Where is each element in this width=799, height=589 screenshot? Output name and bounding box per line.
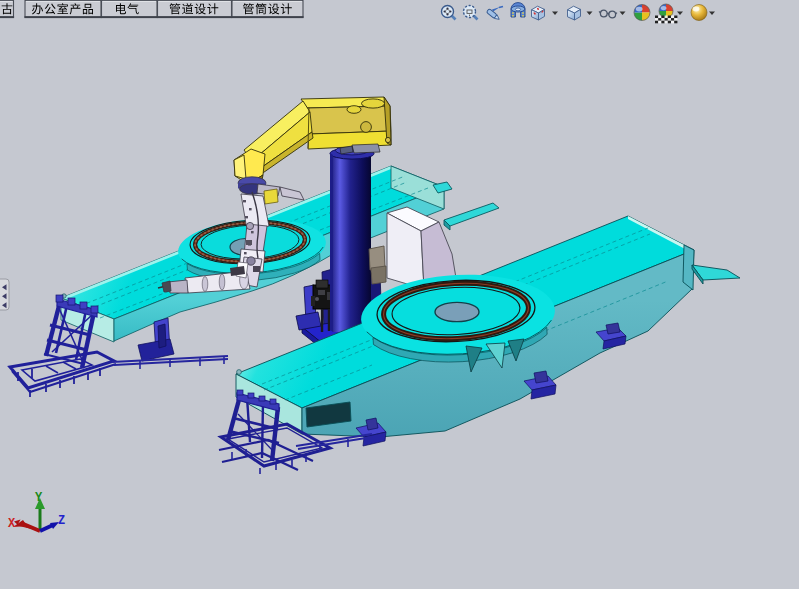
- svg-text:X: X: [8, 517, 16, 531]
- svg-text:Z: Z: [58, 514, 65, 528]
- svg-text:Y: Y: [35, 491, 43, 505]
